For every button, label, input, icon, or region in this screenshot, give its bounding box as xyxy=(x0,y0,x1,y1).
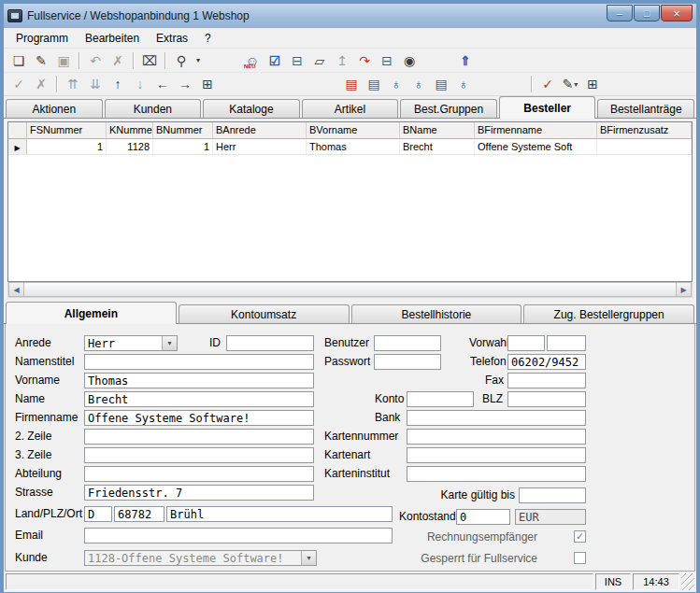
camera-button[interactable]: ◉ xyxy=(398,50,421,71)
print-button[interactable]: ⊟ xyxy=(376,50,398,71)
bank-input[interactable] xyxy=(407,410,586,426)
minimize-button[interactable]: – xyxy=(607,5,633,21)
move-down-button[interactable]: ⇊ xyxy=(84,74,107,94)
konto-input[interactable] xyxy=(407,391,474,407)
rechnungsempfaenger-checkbox[interactable]: ✓ xyxy=(574,530,586,543)
column-header[interactable]: BAnrede xyxy=(213,122,307,139)
passwort-input[interactable] xyxy=(374,354,441,370)
column-header[interactable]: KNummer xyxy=(107,122,153,139)
name-input[interactable] xyxy=(84,391,314,407)
strasse-input[interactable] xyxy=(84,485,314,501)
table-view-button[interactable]: ⊞ xyxy=(581,74,604,94)
tab-bestellhistorie[interactable]: Bestellhistorie xyxy=(351,304,522,323)
land-input[interactable] xyxy=(84,506,112,522)
kartennummer-input[interactable] xyxy=(407,429,586,445)
blz-input[interactable] xyxy=(507,391,586,407)
email-input[interactable] xyxy=(84,528,393,544)
tab-bestellantraege[interactable]: Bestellanträge xyxy=(597,99,694,118)
gesperrt-checkbox[interactable] xyxy=(574,552,586,564)
column-header[interactable]: BNummer xyxy=(153,122,213,139)
webshop-globe-update-button[interactable]: ♁ xyxy=(385,74,407,94)
print-list-button[interactable]: ⊟ xyxy=(286,50,308,71)
new-record-button[interactable]: ❏ xyxy=(7,50,30,71)
menu-bearbeiten[interactable]: Bearbeiten xyxy=(77,30,148,47)
tab-best-gruppen[interactable]: Best.Gruppen xyxy=(400,99,497,118)
sync-globe-button[interactable]: ♁ xyxy=(452,74,475,94)
webshop-table-edit-button[interactable]: ▤ xyxy=(363,74,385,94)
ort-input[interactable] xyxy=(166,506,393,522)
save-button[interactable]: ▣ xyxy=(52,50,75,71)
sync-table-button[interactable]: ▤ xyxy=(430,74,452,94)
new-customer-button[interactable]: ☺ NEU xyxy=(241,50,264,71)
edit-pen-button[interactable]: ✎ ▾ xyxy=(559,74,581,94)
menu-programm[interactable]: Programm xyxy=(7,30,77,47)
table-row[interactable]: ▶ 1 1128 1 Herr Thomas Brecht Offene Sys… xyxy=(8,139,692,155)
id-input[interactable] xyxy=(226,335,314,351)
column-header[interactable]: BFirmenzusatz xyxy=(597,122,692,139)
move-up-button[interactable]: ⇈ xyxy=(62,74,84,94)
goto-record-button[interactable]: ⊞ xyxy=(196,74,219,94)
tab-kunden[interactable]: Kunden xyxy=(105,99,202,118)
namenstitel-input[interactable] xyxy=(84,354,314,370)
scroll-right-button[interactable]: ▶ xyxy=(676,282,692,297)
search-button[interactable]: ⚲ xyxy=(170,50,193,71)
open-folder-button[interactable]: ▱ xyxy=(308,50,331,71)
anrede-dropdown-button[interactable]: ▼ xyxy=(162,336,177,350)
tab-kontoumsatz[interactable]: Kontoumsatz xyxy=(179,304,350,323)
forward-button[interactable]: ↷ xyxy=(353,50,376,71)
webshop-globe-delete-button[interactable]: ♁ xyxy=(407,74,430,94)
column-header[interactable]: BFirmenname xyxy=(475,122,597,139)
kontostand-input[interactable] xyxy=(456,509,510,525)
apply-button[interactable]: ✓ xyxy=(7,74,30,94)
close-button[interactable]: × xyxy=(661,5,693,21)
tab-besteller[interactable]: Besteller xyxy=(499,96,596,119)
anrede-combo[interactable]: Herr ▼ xyxy=(84,335,178,351)
firmenname-input[interactable] xyxy=(84,410,314,426)
fax-input[interactable] xyxy=(507,373,586,388)
nav-up-button[interactable]: ↑ xyxy=(107,74,129,94)
edit-record-button[interactable]: ✎ xyxy=(30,50,52,71)
undo-button[interactable]: ↶ xyxy=(84,50,107,71)
column-header[interactable]: FSNummer xyxy=(27,122,107,139)
zeile2-input[interactable] xyxy=(84,429,314,445)
column-header[interactable]: BName xyxy=(400,122,475,139)
abteilung-input[interactable] xyxy=(84,466,314,482)
plz-input[interactable] xyxy=(114,506,164,522)
tab-zug-bestellergruppen[interactable]: Zug. Bestellergruppen xyxy=(523,304,694,323)
vorname-input[interactable] xyxy=(84,373,314,388)
vorwahl1-input[interactable] xyxy=(507,335,545,351)
maximize-button[interactable]: □ xyxy=(634,5,660,21)
karte-gueltig-bis-input[interactable] xyxy=(519,487,586,503)
scrollbar-thumb[interactable] xyxy=(24,282,676,297)
menu-hilfe[interactable]: ? xyxy=(196,30,220,47)
move-top-button[interactable]: ⇑ xyxy=(454,50,477,71)
cancel-button[interactable]: ✗ xyxy=(30,74,52,94)
column-header[interactable]: BVorname xyxy=(307,122,400,139)
nav-down-button[interactable]: ↓ xyxy=(129,74,151,94)
horizontal-scrollbar[interactable]: ◀ ▶ xyxy=(7,282,693,298)
zeile3-input[interactable] xyxy=(84,447,314,463)
nav-left-button[interactable]: ← xyxy=(151,74,174,94)
kartenart-input[interactable] xyxy=(407,447,586,463)
webshop-table-delete-button[interactable]: ▤ xyxy=(340,74,363,94)
karteninstitut-input[interactable] xyxy=(407,466,586,482)
tab-allgemein[interactable]: Allgemein xyxy=(6,302,177,324)
search-dropdown-button[interactable]: ▾ xyxy=(193,50,204,71)
telefon-input[interactable] xyxy=(507,354,586,370)
kunde-combo[interactable]: 1128-Offene Systeme Software! ▼ xyxy=(84,550,317,566)
tab-artikel[interactable]: Artikel xyxy=(302,99,399,118)
menu-extras[interactable]: Extras xyxy=(148,30,196,47)
scroll-left-button[interactable]: ◀ xyxy=(8,282,24,297)
tab-aktionen[interactable]: Aktionen xyxy=(6,99,103,118)
select-task-button[interactable]: ☑ xyxy=(264,50,286,71)
vorwahl2-input[interactable] xyxy=(547,335,586,351)
resize-grip-icon[interactable] xyxy=(681,573,694,590)
confirm-button[interactable]: ✓ xyxy=(536,74,559,94)
close-record-button[interactable]: ✗ xyxy=(107,50,129,71)
tab-kataloge[interactable]: Kataloge xyxy=(203,99,300,118)
benutzer-input[interactable] xyxy=(374,335,441,351)
nav-right-button[interactable]: → xyxy=(174,74,196,94)
kunde-dropdown-button[interactable]: ▼ xyxy=(301,551,316,565)
delete-button[interactable]: ⌧ xyxy=(138,50,161,71)
upload-button[interactable]: ↥ xyxy=(331,50,353,71)
